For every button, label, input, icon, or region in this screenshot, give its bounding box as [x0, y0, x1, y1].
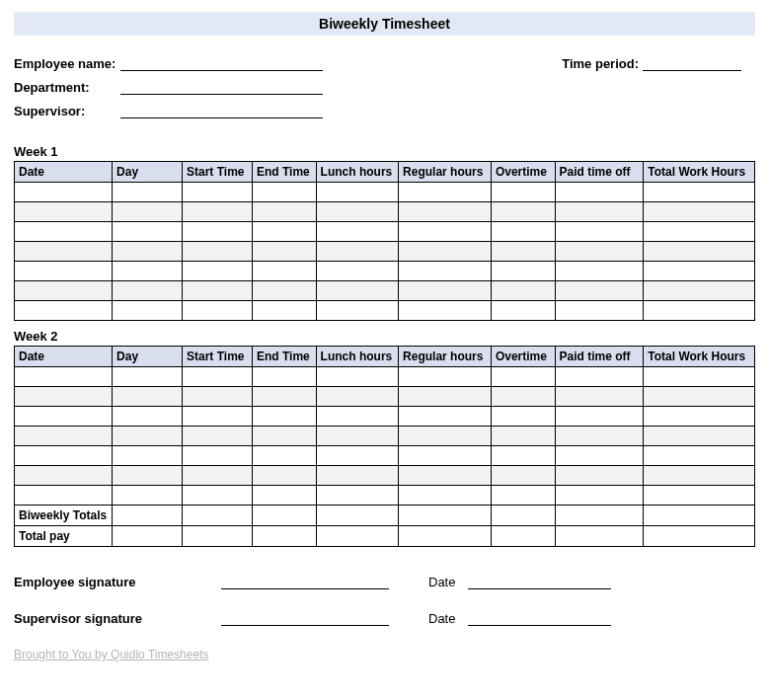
week1-cell-lunch[interactable]	[316, 301, 398, 321]
week1-cell-total[interactable]	[644, 202, 755, 222]
week2-cell-regular[interactable]	[399, 407, 492, 427]
week2-cell-lunch[interactable]	[316, 466, 398, 486]
week2-cell-regular[interactable]	[399, 367, 492, 387]
week1-cell-date[interactable]	[15, 281, 113, 301]
week2-cell-total[interactable]	[644, 407, 755, 427]
biweekly-start[interactable]	[183, 506, 253, 526]
week2-cell-start[interactable]	[183, 466, 253, 486]
biweekly-overtime[interactable]	[491, 506, 555, 526]
week1-cell-pto[interactable]	[555, 281, 644, 301]
week1-cell-start[interactable]	[183, 202, 253, 222]
biweekly-day[interactable]	[113, 506, 183, 526]
week1-cell-lunch[interactable]	[316, 183, 398, 202]
week1-cell-date[interactable]	[15, 262, 113, 281]
week1-cell-pto[interactable]	[555, 242, 644, 262]
totalpay-total[interactable]	[644, 526, 755, 547]
week1-cell-overtime[interactable]	[491, 202, 555, 222]
week2-cell-day[interactable]	[113, 407, 183, 427]
employee-signature-field[interactable]	[221, 576, 389, 589]
week1-cell-day[interactable]	[113, 242, 183, 262]
week1-cell-pto[interactable]	[555, 222, 644, 242]
week1-cell-end[interactable]	[252, 202, 316, 222]
week1-cell-overtime[interactable]	[491, 281, 555, 301]
week1-cell-lunch[interactable]	[316, 281, 398, 301]
week2-cell-day[interactable]	[113, 367, 183, 387]
week2-cell-pto[interactable]	[555, 446, 644, 466]
week2-cell-date[interactable]	[15, 466, 113, 486]
week2-cell-overtime[interactable]	[491, 407, 555, 427]
week1-cell-regular[interactable]	[399, 242, 492, 262]
week2-cell-date[interactable]	[15, 427, 113, 446]
totalpay-end[interactable]	[252, 526, 316, 547]
week2-cell-regular[interactable]	[399, 466, 492, 486]
week2-cell-pto[interactable]	[555, 407, 644, 427]
week1-cell-date[interactable]	[15, 242, 113, 262]
week2-cell-total[interactable]	[644, 367, 755, 387]
week1-cell-total[interactable]	[644, 301, 755, 321]
week1-cell-date[interactable]	[15, 183, 113, 202]
week1-cell-regular[interactable]	[399, 222, 492, 242]
week2-cell-end[interactable]	[252, 427, 316, 446]
week1-cell-start[interactable]	[183, 222, 253, 242]
supervisor-sig-date-field[interactable]	[468, 612, 611, 626]
totalpay-lunch[interactable]	[316, 526, 398, 547]
week1-cell-start[interactable]	[183, 242, 253, 262]
week1-cell-overtime[interactable]	[491, 262, 555, 281]
week1-cell-pto[interactable]	[555, 183, 644, 202]
week1-cell-lunch[interactable]	[316, 262, 398, 281]
week1-cell-end[interactable]	[252, 222, 316, 242]
week2-cell-start[interactable]	[183, 446, 253, 466]
week1-cell-day[interactable]	[113, 183, 183, 202]
week2-cell-overtime[interactable]	[491, 466, 555, 486]
biweekly-pto[interactable]	[555, 506, 644, 526]
week2-cell-pto[interactable]	[555, 427, 644, 446]
week2-cell-start[interactable]	[183, 486, 253, 506]
week1-cell-total[interactable]	[644, 242, 755, 262]
totalpay-regular[interactable]	[399, 526, 492, 547]
week2-cell-date[interactable]	[15, 387, 113, 407]
week1-cell-date[interactable]	[15, 222, 113, 242]
week2-cell-total[interactable]	[644, 387, 755, 407]
week1-cell-end[interactable]	[252, 242, 316, 262]
week2-cell-regular[interactable]	[399, 446, 492, 466]
week2-cell-start[interactable]	[183, 427, 253, 446]
week1-cell-total[interactable]	[644, 222, 755, 242]
week2-cell-regular[interactable]	[399, 427, 492, 446]
week1-cell-end[interactable]	[252, 183, 316, 202]
employee-name-field[interactable]	[120, 57, 323, 71]
week2-cell-day[interactable]	[113, 427, 183, 446]
totalpay-pto[interactable]	[555, 526, 644, 547]
week1-cell-day[interactable]	[113, 301, 183, 321]
biweekly-regular[interactable]	[399, 506, 492, 526]
week1-cell-day[interactable]	[113, 222, 183, 242]
week2-cell-lunch[interactable]	[316, 427, 398, 446]
week2-cell-day[interactable]	[113, 486, 183, 506]
totalpay-day[interactable]	[113, 526, 183, 547]
week1-cell-overtime[interactable]	[491, 301, 555, 321]
week1-cell-date[interactable]	[15, 301, 113, 321]
week1-cell-regular[interactable]	[399, 281, 492, 301]
week1-cell-day[interactable]	[113, 281, 183, 301]
week1-cell-end[interactable]	[252, 281, 316, 301]
week2-cell-regular[interactable]	[399, 387, 492, 407]
week1-cell-overtime[interactable]	[491, 242, 555, 262]
week1-cell-lunch[interactable]	[316, 202, 398, 222]
week1-cell-start[interactable]	[183, 183, 253, 202]
week2-cell-date[interactable]	[15, 486, 113, 506]
week2-cell-lunch[interactable]	[316, 407, 398, 427]
week1-cell-start[interactable]	[183, 281, 253, 301]
week2-cell-overtime[interactable]	[491, 446, 555, 466]
week2-cell-day[interactable]	[113, 446, 183, 466]
week2-cell-overtime[interactable]	[491, 367, 555, 387]
week2-cell-total[interactable]	[644, 486, 755, 506]
biweekly-lunch[interactable]	[316, 506, 398, 526]
week1-cell-regular[interactable]	[399, 262, 492, 281]
week1-cell-overtime[interactable]	[491, 222, 555, 242]
week2-cell-total[interactable]	[644, 466, 755, 486]
week1-cell-lunch[interactable]	[316, 242, 398, 262]
week2-cell-end[interactable]	[252, 407, 316, 427]
week1-cell-end[interactable]	[252, 262, 316, 281]
week2-cell-lunch[interactable]	[316, 446, 398, 466]
week2-cell-lunch[interactable]	[316, 367, 398, 387]
week1-cell-start[interactable]	[183, 262, 253, 281]
